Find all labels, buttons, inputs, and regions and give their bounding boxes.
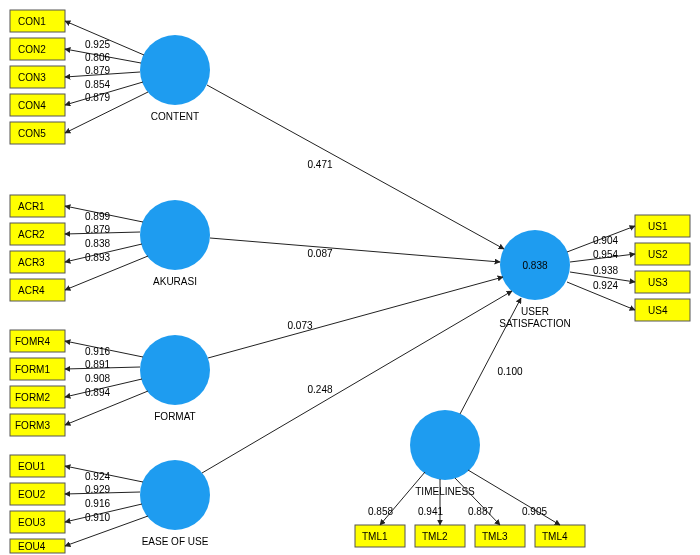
ind-us2: US2	[648, 249, 668, 260]
ind-tml1: TML1	[362, 531, 388, 542]
ind-form3: FORM3	[15, 420, 50, 431]
ind-us4: US4	[648, 305, 668, 316]
ind-acr4: ACR4	[18, 285, 45, 296]
latent-ease-label: EASE OF USE	[142, 536, 209, 547]
svg-line-46	[380, 472, 425, 525]
indicator-group-tml: TML1 TML2 TML3 TML4	[355, 525, 585, 547]
load-tml3: 0.887	[468, 506, 493, 517]
latent-format-label: FORMAT	[154, 411, 195, 422]
load-con3: 0.879	[85, 65, 110, 76]
latent-akurasi	[140, 200, 210, 270]
load-con2: 0.806	[85, 52, 110, 63]
ind-con5: CON5	[18, 128, 46, 139]
ind-us3: US3	[648, 277, 668, 288]
ind-eou2: EOU2	[18, 489, 46, 500]
load-tml4: 0.905	[522, 506, 547, 517]
path-content-val: 0.471	[307, 159, 332, 170]
ind-acr2: ACR2	[18, 229, 45, 240]
latent-time-label: TIMELINESS	[415, 486, 475, 497]
path-format-us	[208, 277, 503, 358]
ind-acr3: ACR3	[18, 257, 45, 268]
latent-usersat-label1: USER	[521, 306, 549, 317]
path-akurasi-us	[210, 238, 500, 262]
load-con5: 0.879	[85, 92, 110, 103]
latent-format	[140, 335, 210, 405]
ind-tml2: TML2	[422, 531, 448, 542]
ind-form1: FORM1	[15, 364, 50, 375]
indicator-group-con: CON1 CON2 CON3 CON4 CON5	[10, 10, 65, 144]
load-eou3: 0.916	[85, 498, 110, 509]
pls-sem-diagram: CONTENT AKURASI FORMAT EASE OF USE TIMEL…	[0, 0, 700, 555]
ind-con1: CON1	[18, 16, 46, 27]
load-con4: 0.854	[85, 79, 110, 90]
ind-form4: FOMR4	[15, 336, 50, 347]
load-acr3: 0.838	[85, 238, 110, 249]
load-tml2: 0.941	[418, 506, 443, 517]
ind-con2: CON2	[18, 44, 46, 55]
load-acr1: 0.899	[85, 211, 110, 222]
ind-acr1: ACR1	[18, 201, 45, 212]
indicator-group-us: US1 US2 US3 US4	[635, 215, 690, 321]
load-acr2: 0.879	[85, 224, 110, 235]
load-tml1: 0.858	[368, 506, 393, 517]
ind-form2: FORM2	[15, 392, 50, 403]
ind-us1: US1	[648, 221, 668, 232]
indicator-group-acr: ACR1 ACR2 ACR3 ACR4	[10, 195, 65, 301]
path-format-val: 0.073	[287, 320, 312, 331]
latent-ease	[140, 460, 210, 530]
path-ease-val: 0.248	[307, 384, 332, 395]
load-us4: 0.924	[593, 280, 618, 291]
indicator-group-form: FOMR4 FORM1 FORM2 FORM3	[10, 330, 65, 436]
ind-eou4: EOU4	[18, 541, 46, 552]
load-form1: 0.891	[85, 359, 110, 370]
latent-time	[410, 410, 480, 480]
load-acr4: 0.893	[85, 252, 110, 263]
ind-tml4: TML4	[542, 531, 568, 542]
load-form2: 0.908	[85, 373, 110, 384]
load-con1: 0.925	[85, 39, 110, 50]
latent-content-label: CONTENT	[151, 111, 199, 122]
ind-tml3: TML3	[482, 531, 508, 542]
ind-con3: CON3	[18, 72, 46, 83]
load-eou2: 0.929	[85, 484, 110, 495]
latent-usersat-rsq: 0.838	[522, 260, 547, 271]
load-form3: 0.894	[85, 387, 110, 398]
load-us2: 0.954	[593, 249, 618, 260]
load-eou4: 0.910	[85, 512, 110, 523]
path-content-us	[207, 85, 504, 249]
path-time-val: 0.100	[497, 366, 522, 377]
load-eou1: 0.924	[85, 471, 110, 482]
load-us1: 0.904	[593, 235, 618, 246]
latent-akurasi-label: AKURASI	[153, 276, 197, 287]
load-us3: 0.938	[593, 265, 618, 276]
ind-eou3: EOU3	[18, 517, 46, 528]
latent-content	[140, 35, 210, 105]
ind-eou1: EOU1	[18, 461, 46, 472]
path-akurasi-val: 0.087	[307, 248, 332, 259]
ind-con4: CON4	[18, 100, 46, 111]
indicator-group-eou: EOU1 EOU2 EOU3 EOU4	[10, 455, 65, 553]
path-time-us	[460, 298, 521, 414]
load-form4: 0.916	[85, 346, 110, 357]
